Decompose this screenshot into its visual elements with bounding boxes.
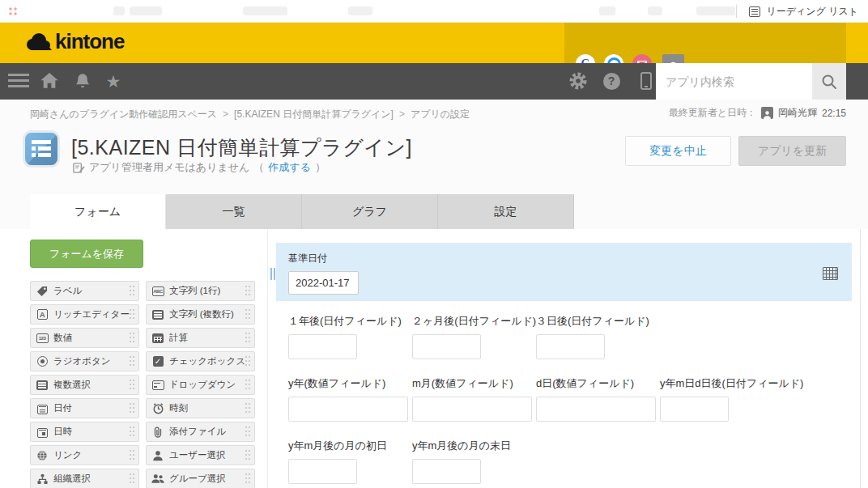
bookmark-folder-icon[interactable] <box>113 6 125 15</box>
palette-item-dropdown[interactable]: ドロップダウン <box>146 375 255 395</box>
table-grid-icon[interactable] <box>823 267 838 280</box>
breadcrumb-app-link[interactable]: [5.KAIZEN 日付簡単計算プラグイン] <box>234 108 394 120</box>
text-single-icon: ABC <box>151 285 164 298</box>
field-input[interactable] <box>412 397 532 422</box>
field-input[interactable] <box>288 334 357 359</box>
field-one-year-later: １年後(日付フィールド) <box>288 314 412 359</box>
memo-create-link[interactable]: 作成する <box>268 160 311 175</box>
palette-item-link[interactable]: リンク <box>30 445 139 465</box>
bookmark-item[interactable] <box>599 6 615 15</box>
drag-handle-icon[interactable] <box>130 380 135 390</box>
bookmark-item[interactable] <box>696 6 735 15</box>
menu-icon[interactable] <box>8 74 29 89</box>
drag-handle-icon[interactable] <box>245 426 251 437</box>
palette-item-text: グループ選択 <box>169 473 245 485</box>
field-label: d日(数値フィールド) <box>536 376 660 391</box>
browser-bookmarks-bar: リーディング リスト <box>0 0 868 23</box>
palette-item-attachment[interactable]: 添付ファイル <box>146 422 255 442</box>
palette-item-org-select[interactable]: 組織選択 <box>30 469 139 488</box>
palette-item-label-field[interactable]: ラベル <box>30 281 139 301</box>
palette-item-radio[interactable]: ラジオボタン <box>30 351 139 371</box>
home-icon[interactable] <box>40 71 59 91</box>
base-date-input[interactable] <box>288 271 359 295</box>
breadcrumb: 岡崎さんのプラグイン動作確認用スペース>[5.KAIZEN 日付簡単計算プラグイ… <box>30 108 470 121</box>
palette-item-text: 日付 <box>53 402 130 414</box>
tab-graph[interactable]: グラフ <box>302 194 438 229</box>
tab-form[interactable]: フォーム <box>30 194 166 229</box>
drag-handle-icon[interactable] <box>245 309 251 320</box>
tab-list[interactable]: 一覧 <box>166 194 302 229</box>
field-input[interactable] <box>412 459 481 484</box>
row-drag-handle-icon[interactable] <box>270 268 275 280</box>
save-form-button[interactable]: フォームを保存 <box>30 240 143 268</box>
tab-settings[interactable]: 設定 <box>438 194 574 229</box>
field-input[interactable] <box>412 334 481 359</box>
palette-item-number[interactable]: 123 数値 <box>30 328 139 348</box>
admin-memo: アプリ管理者用メモはありません （作成する） <box>73 160 326 175</box>
bookmark-item[interactable] <box>130 6 162 15</box>
drag-handle-icon[interactable] <box>130 333 135 343</box>
field-input[interactable] <box>536 334 605 359</box>
question-mark-icon: ? <box>603 73 620 90</box>
breadcrumb-space-link[interactable]: 岡崎さんのプラグイン動作確認用スペース <box>30 108 217 120</box>
extension-icon[interactable] <box>7 6 18 16</box>
drag-handle-icon[interactable] <box>130 473 135 484</box>
drag-handle-icon[interactable] <box>130 286 135 296</box>
drag-handle-icon[interactable] <box>130 309 135 320</box>
drag-handle-icon[interactable] <box>245 356 251 367</box>
field-input[interactable] <box>536 397 656 422</box>
memo-paren: ） <box>315 160 326 175</box>
reading-list-label: リーディング リスト <box>766 5 858 19</box>
reading-list-button[interactable]: リーディング リスト <box>736 0 858 23</box>
palette-item-date[interactable]: 日付 <box>30 398 139 418</box>
drag-handle-icon[interactable] <box>245 286 251 296</box>
palette-item-text-single[interactable]: ABC 文字列 (1行) <box>146 281 255 301</box>
updater-name[interactable]: 岡崎光輝 <box>778 106 817 120</box>
drag-handle-icon[interactable] <box>245 333 251 343</box>
palette-item-user-select[interactable]: ユーザー選択 <box>146 445 255 465</box>
drag-handle-icon[interactable] <box>130 450 135 460</box>
memo-paren: （ <box>253 160 264 175</box>
update-app-button[interactable]: アプリを更新 <box>738 136 846 166</box>
palette-item-text: チェックボックス <box>169 355 245 367</box>
datetime-icon <box>36 426 49 439</box>
drag-handle-icon[interactable] <box>130 426 135 437</box>
help-icon[interactable]: ? <box>602 71 621 91</box>
field-label: ２ヶ月後(日付フィールド) <box>412 314 536 329</box>
palette-item-text: ラジオボタン <box>53 355 130 367</box>
gear-icon[interactable] <box>568 71 588 91</box>
bookmark-item[interactable] <box>648 6 662 15</box>
bookmark-item[interactable] <box>243 6 287 15</box>
drag-handle-icon[interactable] <box>245 450 251 460</box>
palette-item-text: 文字列 (複数行) <box>169 308 245 320</box>
breadcrumb-current: アプリの設定 <box>411 108 470 120</box>
bookmark-item[interactable] <box>348 6 372 15</box>
drag-handle-icon[interactable] <box>245 473 251 484</box>
palette-item-datetime[interactable]: 日時 <box>30 422 139 442</box>
field-label: ３日後(日付フィールド) <box>536 314 660 329</box>
palette-item-time[interactable]: 時刻 <box>146 398 255 418</box>
updater-avatar[interactable] <box>761 107 773 119</box>
palette-item-richtext[interactable]: A リッチエディター <box>30 304 139 325</box>
star-icon[interactable]: ★ <box>104 71 123 91</box>
palette-item-multiselect[interactable]: 複数選択 <box>30 375 139 395</box>
kintone-logo[interactable]: kintone <box>24 29 124 54</box>
field-input[interactable] <box>288 459 357 484</box>
drag-handle-icon[interactable] <box>245 380 251 390</box>
search-input[interactable] <box>656 63 812 100</box>
search-button[interactable] <box>812 63 846 100</box>
palette-item-calc[interactable]: 計算 <box>146 328 255 348</box>
mobile-icon[interactable] <box>636 71 656 91</box>
time-icon <box>151 402 164 415</box>
drag-handle-icon[interactable] <box>130 403 135 414</box>
drag-handle-icon[interactable] <box>130 356 135 367</box>
palette-item-group-select[interactable]: グループ選択 <box>146 469 255 488</box>
selected-field-row[interactable]: 基準日付 <box>276 243 852 301</box>
field-input[interactable] <box>288 397 408 422</box>
bell-icon[interactable] <box>73 71 92 91</box>
palette-item-checkbox[interactable]: ✓ チェックボックス <box>146 351 255 371</box>
cancel-changes-button[interactable]: 変更を中止 <box>625 136 731 166</box>
field-input[interactable] <box>660 397 729 422</box>
drag-handle-icon[interactable] <box>245 403 251 414</box>
palette-item-text-multi[interactable]: 文字列 (複数行) <box>146 304 255 325</box>
